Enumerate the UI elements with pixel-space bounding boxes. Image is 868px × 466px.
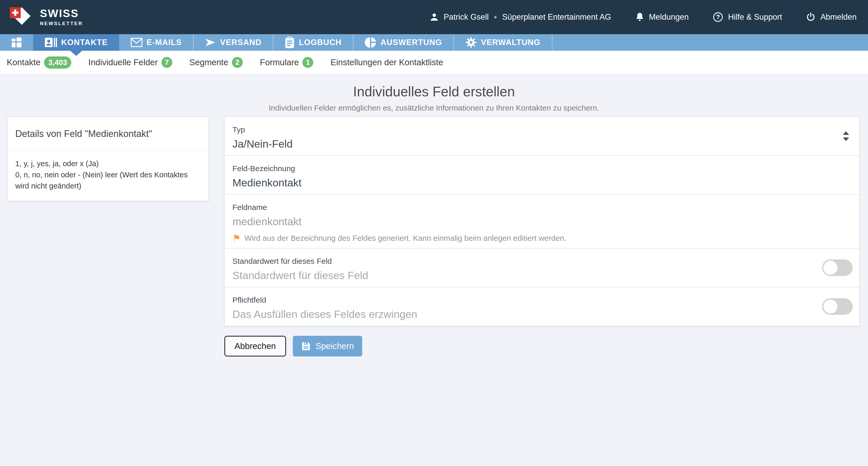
tab-logbuch[interactable]: LOGBUCH bbox=[273, 34, 353, 51]
field-details-line-2: 0, n, no, nein oder - (Nein) leer (Wert … bbox=[15, 169, 201, 192]
feldname-label: Feldname bbox=[232, 203, 852, 212]
standardwert-input[interactable] bbox=[232, 269, 777, 282]
tab-logbuch-label: LOGBUCH bbox=[299, 38, 341, 47]
standardwert-toggle[interactable] bbox=[822, 259, 853, 276]
tab-kontakte[interactable]: KONTAKTE bbox=[33, 34, 119, 51]
save-floppy-icon bbox=[301, 341, 311, 351]
form-actions: Abbrechen Speichern bbox=[224, 336, 860, 357]
logout-button[interactable]: Abmelden bbox=[806, 12, 857, 22]
segmente-count-badge: 2 bbox=[232, 57, 243, 68]
standardwert-toggle-knob bbox=[824, 261, 837, 275]
feldname-hint: ⚑ Wird aus der Bezeichnung des Feldes ge… bbox=[232, 234, 852, 243]
save-button-label: Speichern bbox=[316, 341, 354, 351]
tab-emails[interactable]: E-MAILS bbox=[119, 34, 193, 51]
feldname-input[interactable] bbox=[232, 215, 777, 228]
tab-auswertung-label: AUSWERTUNG bbox=[380, 38, 442, 47]
typ-label: Typ bbox=[232, 125, 852, 134]
clipboard-icon bbox=[285, 36, 294, 48]
notifications-label: Meldungen bbox=[649, 12, 689, 22]
tab-versand-label: VERSAND bbox=[220, 38, 261, 47]
tab-auswertung[interactable]: AUSWERTUNG bbox=[353, 34, 454, 51]
dashboard-tab[interactable] bbox=[0, 34, 33, 51]
tab-kontakte-label: KONTAKTE bbox=[61, 38, 108, 47]
arrow-down-icon bbox=[843, 137, 849, 141]
subnav-einstellungen-label: Einstellungen der Kontaktliste bbox=[330, 58, 443, 67]
feld-bezeichnung-label: Feld-Bezeichnung bbox=[232, 164, 852, 173]
select-arrows-icon[interactable] bbox=[843, 131, 849, 141]
power-icon bbox=[806, 12, 816, 22]
help-circle-icon: ? bbox=[713, 12, 723, 23]
subnav-segmente-label: Segmente bbox=[189, 58, 228, 67]
help-button[interactable]: ? Hilfe & Support bbox=[713, 12, 782, 23]
pflichtfeld-toggle[interactable] bbox=[822, 298, 853, 315]
pflichtfeld-input[interactable] bbox=[232, 308, 777, 321]
pflichtfeld-row: Pflichtfeld bbox=[225, 287, 860, 326]
pflichtfeld-toggle-knob bbox=[824, 300, 837, 313]
arrow-up-icon bbox=[843, 131, 849, 135]
kontakte-count-badge: 3,403 bbox=[44, 57, 71, 69]
user-name: Patrick Gsell bbox=[443, 12, 489, 22]
subnav-item-kontakte[interactable]: Kontakte 3,403 bbox=[7, 57, 71, 69]
user-icon bbox=[430, 12, 439, 22]
form-column: Typ Ja/Nein-Feld Feld-Bezeichnung Feldna… bbox=[224, 117, 860, 357]
user-company-separator: • bbox=[494, 12, 497, 22]
page-subtitle: Individuellen Felder ermöglichen es, zus… bbox=[0, 104, 868, 112]
field-form-card: Typ Ja/Nein-Feld Feld-Bezeichnung Feldna… bbox=[224, 117, 860, 326]
subnav-item-individuelle-felder[interactable]: Individuelle Felder 7 bbox=[88, 57, 172, 68]
logo-title: SWISS bbox=[40, 8, 83, 19]
page-title: Individuelles Feld erstellen bbox=[0, 84, 868, 99]
grid-icon bbox=[11, 37, 22, 48]
subnav-item-formulare[interactable]: Formulare 1 bbox=[260, 57, 313, 68]
feld-bezeichnung-row: Feld-Bezeichnung bbox=[225, 155, 860, 194]
bell-icon bbox=[635, 12, 644, 22]
gear-icon bbox=[465, 37, 477, 48]
individuelle-felder-count-badge: 7 bbox=[161, 57, 172, 68]
feld-bezeichnung-input[interactable] bbox=[232, 176, 777, 189]
user-company: Süperplanet Entertainment AG bbox=[502, 12, 611, 22]
typ-select[interactable]: Ja/Nein-Feld bbox=[232, 138, 852, 150]
envelope-icon bbox=[131, 38, 143, 47]
page: SWISS NEWSLETTER Patrick Gsell • Süperpl… bbox=[0, 0, 868, 466]
subnav-kontakte-label: Kontakte bbox=[7, 58, 40, 67]
feldname-row: Feldname ⚑ Wird aus der Bezeichnung des … bbox=[225, 194, 860, 248]
app-logo[interactable]: SWISS NEWSLETTER bbox=[0, 6, 83, 28]
active-tab-pointer bbox=[70, 51, 83, 56]
field-details-line-1: 1, y, j, yes, ja, oder x (Ja) bbox=[15, 158, 201, 169]
help-label: Hilfe & Support bbox=[728, 12, 782, 22]
typ-row: Typ Ja/Nein-Feld bbox=[225, 117, 860, 155]
swiss-cross-icon bbox=[10, 7, 21, 18]
notifications-button[interactable]: Meldungen bbox=[635, 12, 689, 22]
formulare-count-badge: 1 bbox=[302, 57, 313, 68]
subnav-individuelle-felder-label: Individuelle Felder bbox=[88, 58, 158, 67]
user-menu[interactable]: Patrick Gsell • Süperplanet Entertainmen… bbox=[430, 12, 611, 22]
main-content: Individuelles Feld erstellen Individuell… bbox=[0, 74, 868, 466]
topbar-right: Patrick Gsell • Süperplanet Entertainmen… bbox=[430, 12, 868, 23]
contacts-subnav: Kontakte 3,403 Individuelle Felder 7 Seg… bbox=[0, 51, 868, 74]
feldname-hint-text: Wird aus der Bezeichnung des Feldes gene… bbox=[244, 234, 566, 242]
save-button[interactable]: Speichern bbox=[293, 336, 363, 357]
topbar: SWISS NEWSLETTER Patrick Gsell • Süperpl… bbox=[0, 0, 868, 34]
tab-emails-label: E-MAILS bbox=[147, 38, 182, 47]
swiss-cross-logo-icon bbox=[10, 6, 34, 28]
tab-verwaltung-label: VERWALTUNG bbox=[481, 38, 540, 47]
pflichtfeld-label: Pflichtfeld bbox=[232, 296, 852, 304]
subnav-item-segmente[interactable]: Segmente 2 bbox=[189, 57, 243, 68]
contacts-icon bbox=[44, 37, 57, 48]
subnav-formulare-label: Formulare bbox=[260, 58, 299, 67]
logo-subtitle: NEWSLETTER bbox=[40, 21, 83, 26]
tab-verwaltung[interactable]: VERWALTUNG bbox=[454, 34, 552, 51]
pie-chart-icon bbox=[365, 37, 376, 48]
cancel-button-label: Abbrechen bbox=[235, 341, 276, 351]
logo-text: SWISS NEWSLETTER bbox=[40, 8, 83, 26]
cancel-button[interactable]: Abbrechen bbox=[224, 336, 286, 357]
send-icon bbox=[205, 37, 216, 48]
standardwert-label: Standardwert für dieses Feld bbox=[232, 257, 852, 266]
tab-versand[interactable]: VERSAND bbox=[193, 34, 273, 51]
subnav-item-einstellungen[interactable]: Einstellungen der Kontaktliste bbox=[330, 58, 443, 67]
svg-text:?: ? bbox=[716, 13, 720, 21]
field-details-title: Details von Feld "Medienkontakt" bbox=[7, 117, 209, 151]
main-navbar: KONTAKTE E-MAILS VERSAND bbox=[0, 34, 868, 51]
flag-icon: ⚑ bbox=[232, 234, 241, 243]
standardwert-row: Standardwert für dieses Feld bbox=[225, 248, 860, 287]
field-details-card: Details von Feld "Medienkontakt" 1, y, j… bbox=[7, 117, 209, 201]
